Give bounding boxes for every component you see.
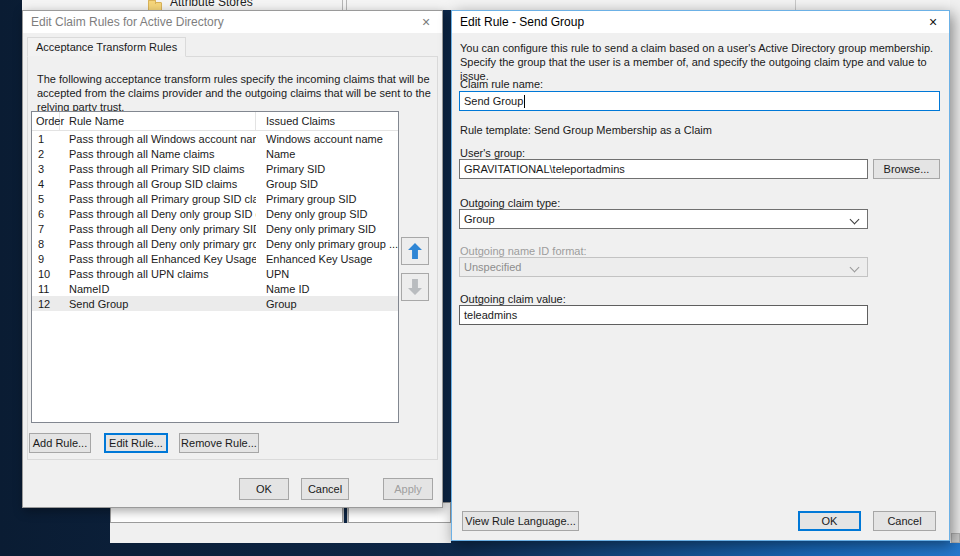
table-cell: 5 [32,193,60,205]
outgoing-name-id-format-combobox: Unspecified [459,257,868,277]
background-actions-pane [950,0,960,543]
table-cell: Pass through all Deny only primary group… [60,238,256,250]
table-cell: 10 [32,268,60,280]
chevron-down-icon [850,215,860,225]
scrollbar-fragment [951,533,960,543]
table-cell: 4 [32,178,60,190]
table-row[interactable]: 3Pass through all Primary SID claimsPrim… [32,161,398,176]
table-row[interactable]: 4Pass through all Group SID claimsGroup … [32,176,398,191]
outgoing-claim-value-input[interactable]: teleadmins [459,305,868,325]
close-icon[interactable]: × [410,11,442,33]
table-cell: Windows account name [256,133,398,145]
background-statusbar [110,523,451,543]
outgoing-name-id-format-value: Unspecified [464,261,521,273]
table-cell: Pass through all UPN claims [60,268,256,280]
table-row[interactable]: 8Pass through all Deny only primary grou… [32,236,398,251]
table-row[interactable]: 7Pass through all Deny only primary SID … [32,221,398,236]
pane-divider [342,0,347,10]
table-cell: 12 [32,298,60,310]
cancel-button[interactable]: Cancel [873,511,936,531]
remove-rule-button[interactable]: Remove Rule... [179,433,259,453]
table-row[interactable]: 12Send GroupGroup [32,296,398,311]
edit-rule-button[interactable]: Edit Rule... [104,433,168,453]
view-rule-language-button[interactable]: View Rule Language... [462,511,579,531]
claim-rule-name-value: Send Group [464,95,523,107]
table-cell: Deny only primary SID [256,223,398,235]
table-cell: Deny only primary group ... [256,238,398,250]
table-cell: Send Group [60,298,256,310]
title-bar[interactable]: Edit Claim Rules for Active Directory × [23,11,442,33]
table-cell: 9 [32,253,60,265]
table-cell: 2 [32,148,60,160]
background-mmc-topband: Attribute Stores [22,0,960,10]
arrow-up-icon [408,243,422,259]
move-rule-down-button [401,273,429,301]
apply-button: Apply [383,478,433,500]
table-row[interactable]: 10Pass through all UPN claimsUPN [32,266,398,281]
table-cell: 1 [32,133,60,145]
table-cell: Pass through all Primary SID claims [60,163,256,175]
folder-icon [148,2,162,10]
dialog-title: Edit Rule - Send Group [460,15,584,29]
table-cell: Pass through all Group SID claims [60,178,256,190]
claim-rule-name-input[interactable]: Send Group [459,91,940,111]
table-row[interactable]: 5Pass through all Primary group SID clai… [32,191,398,206]
move-rule-up-button[interactable] [401,237,429,265]
outgoing-claim-value-label: Outgoing claim value: [460,293,566,305]
column-header-order[interactable]: Order [32,112,60,130]
table-cell: Enhanced Key Usage [256,253,398,265]
title-bar[interactable]: Edit Rule - Send Group × [452,11,949,33]
rule-template-text: Rule template: Send Group Membership as … [460,124,712,136]
table-cell: Name ID [256,283,398,295]
dialog-description: The following acceptance transform rules… [37,73,437,114]
claim-rules-table[interactable]: Order Rule Name Issued Claims 1Pass thro… [31,111,399,423]
users-group-field[interactable]: GRAVITATIONAL\teleportadmins [459,159,868,179]
dialog-title: Edit Claim Rules for Active Directory [31,15,224,29]
table-cell: Name [256,148,398,160]
table-cell: Pass through all Deny only primary SID c… [60,223,256,235]
tab-acceptance-transform-rules[interactable]: Acceptance Transform Rules [27,37,186,57]
column-header-rule-name[interactable]: Rule Name [60,112,256,130]
pane-divider [795,0,796,10]
table-row[interactable]: 11NameIDName ID [32,281,398,296]
claim-rule-name-label: Claim rule name: [460,78,543,90]
table-cell: 7 [32,223,60,235]
tree-item-attribute-stores[interactable]: Attribute Stores [170,0,253,9]
add-rule-button[interactable]: Add Rule... [29,433,91,453]
chevron-down-icon [850,263,860,273]
table-cell: 3 [32,163,60,175]
outgoing-claim-type-label: Outgoing claim type: [460,197,560,209]
table-cell: Primary SID [256,163,398,175]
table-cell: 8 [32,238,60,250]
browse-button[interactable]: Browse... [873,159,940,179]
close-icon[interactable]: × [917,11,949,33]
ok-button[interactable]: OK [798,511,861,531]
cancel-button[interactable]: Cancel [301,478,349,500]
table-cell: 11 [32,283,60,295]
table-cell: Group SID [256,178,398,190]
table-row[interactable]: 2Pass through all Name claimsName [32,146,398,161]
edit-rule-send-group-dialog: Edit Rule - Send Group × You can configu… [451,10,950,541]
outgoing-claim-type-combobox[interactable]: Group [459,209,868,229]
rules-list: 1Pass through all Windows account name..… [32,131,398,311]
table-header: Order Rule Name Issued Claims [32,112,398,131]
table-cell: 6 [32,208,60,220]
table-row[interactable]: 6Pass through all Deny only group SID cl… [32,206,398,221]
table-cell: Pass through all Enhanced Key Usage cl..… [60,253,256,265]
ok-button[interactable]: OK [239,478,289,500]
table-row[interactable]: 1Pass through all Windows account name..… [32,131,398,146]
arrow-down-icon [408,279,422,295]
text-caret [524,95,525,108]
table-cell: Primary group SID [256,193,398,205]
users-group-value: GRAVITATIONAL\teleportadmins [464,163,625,175]
table-cell: Group [256,298,398,310]
table-cell: NameID [60,283,256,295]
column-header-issued-claims[interactable]: Issued Claims [256,115,398,127]
edit-claim-rules-dialog: Edit Claim Rules for Active Directory × … [22,10,443,508]
table-cell: Deny only group SID [256,208,398,220]
table-cell: Pass through all Primary group SID claim… [60,193,256,205]
table-row[interactable]: 9Pass through all Enhanced Key Usage cl.… [32,251,398,266]
table-cell: Pass through all Name claims [60,148,256,160]
table-cell: Pass through all Windows account name... [60,133,256,145]
users-group-label: User's group: [460,147,525,159]
